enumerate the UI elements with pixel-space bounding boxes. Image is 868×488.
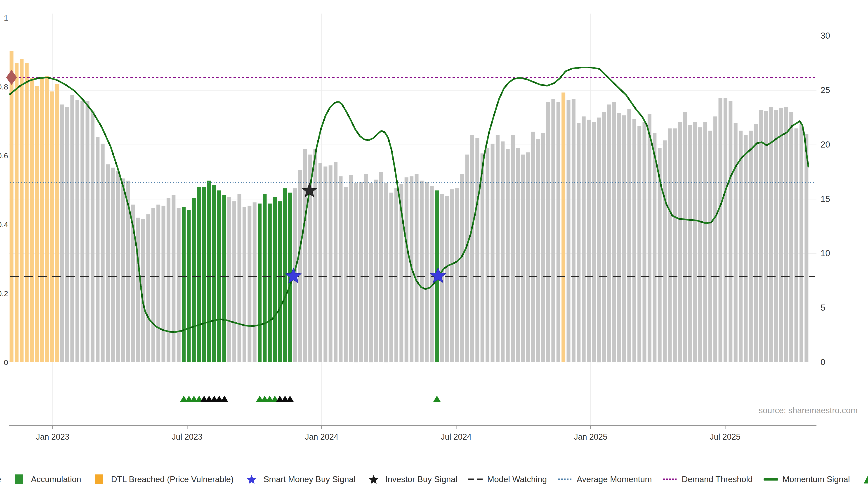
bar-close-price <box>723 98 727 363</box>
bar-close-price <box>607 105 611 363</box>
bar-accumulation <box>192 198 196 362</box>
bar-close-price <box>369 183 373 362</box>
bar-accumulation <box>182 207 186 362</box>
bar-close-price <box>582 116 586 362</box>
legend-label: Close Price <box>0 475 1 484</box>
y-axis-left-tick-label: 0.4 <box>0 220 8 229</box>
bar-close-price <box>521 155 525 362</box>
legend-star-icon <box>365 474 382 485</box>
bar-close-price <box>516 148 520 362</box>
bar-close-price <box>318 163 322 363</box>
bar-dtl-breached <box>55 84 59 362</box>
bar-close-price <box>511 135 515 362</box>
bar-close-price <box>557 102 560 362</box>
legend-dash-icon <box>467 474 484 485</box>
bar-close-price <box>146 215 150 362</box>
bar-close-price <box>764 111 768 362</box>
legend-label: Investor Buy Signal <box>385 475 458 484</box>
bar-close-price <box>65 107 69 362</box>
bar-close-price <box>551 99 555 362</box>
bar-accumulation <box>263 194 267 362</box>
bar-close-price <box>587 120 591 362</box>
y-axis-left-tick-label: 0.2 <box>0 289 8 298</box>
bar-close-price <box>238 194 241 362</box>
price-momentum-chart: Jan 2023Jul 2023Jan 2024Jul 2024Jan 2025… <box>0 0 868 488</box>
bar-close-price <box>465 155 469 362</box>
bar-close-price <box>121 178 125 362</box>
bar-accumulation <box>212 185 216 362</box>
bar-close-price <box>86 101 90 362</box>
bar-close-price <box>313 149 317 362</box>
legend-swatch <box>91 474 108 485</box>
bar-close-price <box>177 208 181 362</box>
bar-accumulation <box>187 210 191 362</box>
bar-close-price <box>415 174 418 362</box>
bar-close-price <box>627 109 631 362</box>
legend-swatch <box>467 474 484 485</box>
bar-close-price <box>156 205 160 362</box>
bar-close-price <box>460 174 464 362</box>
legend-item-demand-threshold: Demand Threshold <box>661 474 753 485</box>
y-axis-left: 00.20.40.60.81 <box>0 13 8 367</box>
bar-close-price <box>243 207 246 362</box>
bar-close-price <box>693 122 697 363</box>
y-axis-left-tick-label: 0.6 <box>0 151 8 160</box>
legend-swatch <box>365 474 382 485</box>
bar-close-price <box>384 183 388 362</box>
bar-close-price <box>506 149 510 362</box>
bar-close-price <box>91 111 94 362</box>
bar-close-price <box>744 135 748 362</box>
bar-close-price <box>496 135 500 362</box>
bar-close-price <box>339 176 343 362</box>
bar-close-price <box>749 131 753 362</box>
bar-close-price <box>70 95 74 362</box>
legend-swatch <box>762 474 779 485</box>
bar-close-price <box>470 135 474 362</box>
bar-accumulation <box>207 181 211 362</box>
bar-close-price <box>96 137 99 362</box>
bar-close-price <box>111 168 115 362</box>
bar-close-price <box>713 116 717 362</box>
x-axis-tick-label: Jul 2023 <box>172 432 203 442</box>
bar-accumulation <box>268 203 272 362</box>
bar-dtl-breached <box>40 78 44 362</box>
source-note: source: sharemaestro.com <box>758 406 858 415</box>
bar-accumulation <box>278 201 282 362</box>
bar-close-price <box>323 166 327 362</box>
bar-close-price <box>541 133 545 362</box>
legend-swatch <box>243 474 260 485</box>
bar-close-price <box>390 193 393 362</box>
bar-close-price <box>232 201 236 362</box>
bar-close-price <box>486 148 489 362</box>
bar-close-price <box>653 133 656 362</box>
bar-close-price <box>136 218 140 362</box>
bar-close-price <box>298 170 302 363</box>
legend-item-smart-money-buy-signal: Smart Money Buy Signal <box>243 474 355 485</box>
bar-close-price <box>577 123 581 362</box>
x-axis-tick-label: Jan 2024 <box>305 432 338 442</box>
bar-close-price <box>804 134 808 363</box>
bar-close-price <box>572 99 576 362</box>
legend-item-accumulation: Accumulation <box>860 474 868 485</box>
bar-close-price <box>425 182 429 362</box>
bar-close-price <box>329 165 333 362</box>
bar-accumulation <box>283 188 287 362</box>
bar-close-price <box>622 116 626 362</box>
legend-item-dtl-breached-price-vulnerable: DTL Breached (Price Vulnerable) <box>91 474 234 485</box>
bar-close-price <box>151 208 155 362</box>
bar-accumulation <box>222 195 226 362</box>
bar-close-price <box>379 172 383 362</box>
bar-close-price <box>405 177 408 362</box>
bar-close-price <box>81 101 84 362</box>
accumulation-triangle-icon <box>221 396 228 402</box>
y-axis-right-tick-label: 0 <box>820 357 825 367</box>
legend-triangle-icon <box>860 474 868 485</box>
bar-close-price <box>592 122 596 363</box>
y-axis-right-tick-label: 10 <box>820 249 830 258</box>
bar-dtl-breached <box>25 63 29 362</box>
legend-square-icon <box>11 474 28 485</box>
y-axis-right: 051015202530 <box>820 31 830 367</box>
bar-close-price <box>638 126 641 362</box>
bar-close-price <box>303 149 307 362</box>
bar-close-price <box>698 127 702 362</box>
